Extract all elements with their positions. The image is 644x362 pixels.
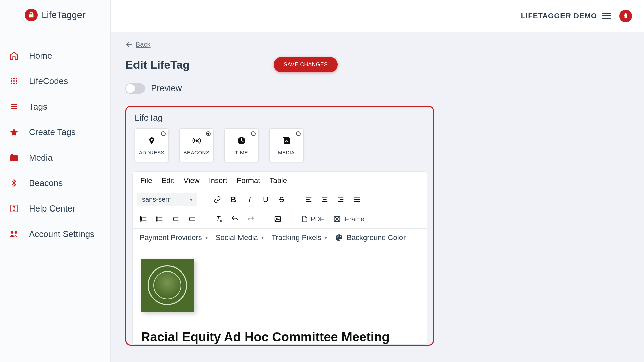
- svg-point-24: [156, 219, 157, 220]
- sidebar-item-account-settings[interactable]: Account Settings: [0, 221, 110, 247]
- link-button[interactable]: [211, 193, 224, 206]
- menu-insert[interactable]: Insert: [209, 176, 227, 185]
- svg-point-7: [13, 83, 15, 84]
- chevron-down-icon: ▾: [190, 197, 192, 202]
- lifetag-panel: LifeTag ADDRESS BEACONS: [125, 106, 434, 346]
- menu-view[interactable]: View: [183, 176, 199, 185]
- svg-point-14: [14, 210, 14, 210]
- unordered-list-button[interactable]: [153, 212, 166, 226]
- menu-edit[interactable]: Edit: [161, 176, 174, 185]
- ordered-list-button[interactable]: 123: [137, 212, 150, 226]
- image-button[interactable]: [271, 212, 284, 226]
- font-value: sans-serif: [142, 196, 171, 203]
- menu-format[interactable]: Format: [237, 176, 260, 185]
- indent-button[interactable]: [185, 212, 199, 226]
- svg-point-3: [11, 80, 12, 82]
- menu-table[interactable]: Table: [269, 176, 287, 185]
- svg-point-15: [11, 231, 14, 234]
- svg-point-2: [16, 78, 17, 79]
- redo-button[interactable]: [244, 212, 258, 226]
- svg-point-17: [196, 140, 198, 141]
- menu-icon[interactable]: [602, 13, 611, 19]
- editor-content[interactable]: Racial Equity Ad Hoc Committee Meeting: [133, 247, 427, 344]
- align-center-button[interactable]: [318, 193, 331, 206]
- arrow-left-icon: [125, 40, 133, 48]
- location-pin-icon: [148, 135, 156, 146]
- rich-text-editor: File Edit View Insert Format Table sans-…: [132, 171, 427, 345]
- clear-format-button[interactable]: [212, 212, 225, 226]
- tile-media[interactable]: MEDIA: [269, 128, 304, 162]
- star-icon: [9, 127, 19, 137]
- tile-label: ADDRESS: [139, 149, 164, 155]
- svg-point-31: [340, 236, 341, 237]
- chevron-down-icon: ▾: [205, 235, 208, 240]
- sidebar-item-create-tags[interactable]: Create Tags: [0, 119, 110, 145]
- sidebar-item-media[interactable]: Media: [0, 145, 110, 170]
- sidebar-item-label: Home: [29, 51, 52, 61]
- chevron-down-icon: ▾: [325, 235, 327, 240]
- sidebar-item-lifecodes[interactable]: LifeCodes: [0, 68, 110, 94]
- svg-point-8: [16, 83, 17, 84]
- sidebar-item-label: Beacons: [29, 178, 63, 188]
- svg-point-1: [13, 78, 15, 79]
- document-heading: Racial Equity Ad Hoc Committee Meeting: [141, 330, 419, 344]
- underline-button[interactable]: U: [259, 193, 272, 206]
- tile-beacons[interactable]: BEACONS: [179, 128, 214, 162]
- radio-icon: [251, 131, 256, 136]
- svg-rect-9: [11, 104, 17, 105]
- sidebar-item-tags[interactable]: Tags: [0, 94, 110, 119]
- preview-toggle[interactable]: [125, 83, 145, 94]
- tile-address[interactable]: ADDRESS: [135, 128, 169, 162]
- bold-button[interactable]: B: [227, 193, 240, 206]
- brand-logo: LifeTagger: [0, 6, 110, 29]
- sidebar-item-label: LifeCodes: [29, 76, 68, 86]
- sidebar-item-label: Tags: [29, 102, 47, 112]
- sidebar-item-home[interactable]: Home: [0, 43, 110, 68]
- sidebar-nav: Home LifeCodes Tags Create Tags Media Be…: [0, 29, 110, 247]
- social-media-dropdown[interactable]: Social Media ▾: [213, 231, 266, 244]
- strikethrough-button[interactable]: S: [275, 193, 288, 206]
- iframe-label: iFrame: [343, 215, 364, 223]
- editor-toolbar-1: sans-serif ▾ B I U S: [133, 190, 427, 209]
- font-select[interactable]: sans-serif ▾: [137, 193, 197, 206]
- sidebar-item-label: Create Tags: [29, 127, 76, 137]
- menu-file[interactable]: File: [140, 176, 152, 185]
- sidebar-item-label: Media: [29, 153, 53, 163]
- dropdown-label: Payment Providers: [140, 233, 202, 242]
- align-left-button[interactable]: [302, 193, 315, 206]
- page-title: Edit LifeTag: [125, 58, 190, 71]
- align-right-button[interactable]: [334, 193, 347, 206]
- svg-point-0: [11, 78, 12, 79]
- back-link[interactable]: Back: [125, 40, 150, 48]
- align-justify-button[interactable]: [350, 193, 364, 206]
- radio-icon: [161, 131, 166, 136]
- iframe-button[interactable]: iFrame: [330, 213, 368, 225]
- svg-point-5: [16, 80, 17, 82]
- avatar[interactable]: [619, 10, 632, 22]
- outdent-button[interactable]: [169, 212, 182, 226]
- home-icon: [9, 50, 19, 61]
- payment-providers-dropdown[interactable]: Payment Providers ▾: [137, 231, 210, 244]
- tile-label: MEDIA: [278, 149, 295, 155]
- broadcast-icon: [192, 135, 202, 146]
- tile-time[interactable]: TIME: [224, 128, 259, 162]
- pdf-button[interactable]: PDF: [298, 213, 327, 225]
- clock-icon: [237, 135, 246, 146]
- svg-point-16: [15, 231, 17, 234]
- palette-icon: [335, 234, 343, 242]
- svg-rect-26: [275, 217, 281, 222]
- sidebar-item-beacons[interactable]: Beacons: [0, 170, 110, 196]
- svg-point-30: [338, 236, 339, 237]
- svg-rect-10: [11, 106, 17, 107]
- background-color-button[interactable]: Background Color: [332, 231, 408, 244]
- pdf-label: PDF: [311, 215, 324, 223]
- people-icon: [9, 229, 19, 239]
- seal-image: [141, 259, 194, 312]
- save-button[interactable]: SAVE CHANGES: [274, 57, 338, 72]
- lifetag-section-title: LifeTag: [135, 113, 427, 123]
- tracking-pixels-dropdown[interactable]: Tracking Pixels ▾: [269, 231, 330, 244]
- sidebar-item-help-center[interactable]: Help Center: [0, 196, 110, 221]
- italic-button[interactable]: I: [243, 193, 256, 206]
- undo-button[interactable]: [228, 212, 241, 226]
- tile-label: BEACONS: [184, 149, 210, 155]
